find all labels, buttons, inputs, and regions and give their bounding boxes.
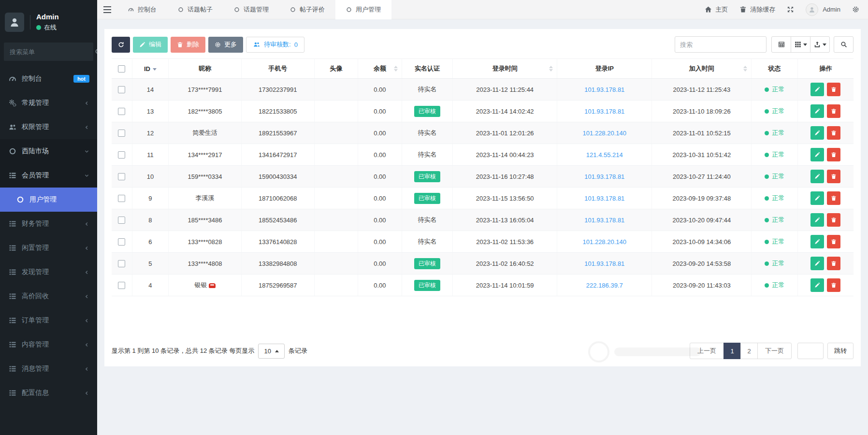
ip-link[interactable]: 101.93.178.81: [584, 173, 624, 180]
row-checkbox[interactable]: [118, 108, 125, 115]
column-header[interactable]: 加入时间: [652, 59, 752, 79]
row-edit-button[interactable]: [810, 148, 824, 161]
sidebar-item[interactable]: 闲置管理: [0, 236, 97, 260]
row-delete-button[interactable]: [827, 104, 840, 118]
sidebar-item[interactable]: 发现管理: [0, 260, 97, 284]
row-edit-button[interactable]: [810, 126, 824, 140]
row-checkbox[interactable]: [118, 260, 125, 267]
columns-button[interactable]: [791, 36, 810, 53]
delete-button[interactable]: 删除: [171, 37, 205, 53]
row-checkbox[interactable]: [118, 195, 125, 202]
ip-link[interactable]: 101.93.178.81: [584, 195, 624, 202]
cell-join-time: 2023-09-20 11:43:03: [652, 275, 752, 296]
row-checkbox[interactable]: [118, 173, 125, 180]
ip-link[interactable]: 101.93.178.81: [584, 86, 624, 93]
row-checkbox[interactable]: [118, 217, 125, 224]
sidebar-item[interactable]: 常规管理: [0, 91, 97, 115]
jump-page-input[interactable]: [797, 343, 824, 359]
list-icon: [9, 389, 16, 397]
status-badge: 正常: [765, 194, 785, 203]
table-search-input[interactable]: [675, 36, 767, 53]
pagination: 上一页 12 下一页 跳转: [690, 343, 854, 359]
next-page-button[interactable]: 下一页: [757, 343, 792, 359]
sidebar-item[interactable]: 内容管理: [0, 333, 97, 357]
row-delete-button[interactable]: [827, 148, 840, 161]
row-delete-button[interactable]: [827, 278, 840, 292]
navbar-tab[interactable]: 帖子评价: [279, 0, 335, 19]
row-edit-button[interactable]: [810, 104, 824, 118]
row-delete-button[interactable]: [827, 257, 840, 270]
detail-view-button[interactable]: [771, 36, 791, 53]
ip-link[interactable]: 101.93.178.81: [584, 217, 624, 224]
navbar-tab[interactable]: 用户管理: [335, 0, 391, 19]
ip-link[interactable]: 101.228.20.140: [583, 130, 626, 137]
clear-cache-link[interactable]: 清除缓存: [739, 5, 775, 14]
row-delete-button[interactable]: [827, 126, 840, 140]
column-header[interactable]: 余额: [358, 59, 402, 79]
row-checkbox[interactable]: [118, 86, 125, 93]
row-edit-button[interactable]: [810, 191, 824, 205]
sidebar-item[interactable]: 消息管理: [0, 357, 97, 381]
ip-link[interactable]: 101.228.20.140: [583, 238, 626, 246]
column-header[interactable]: 登录时间: [453, 59, 557, 79]
home-link[interactable]: 主页: [705, 5, 728, 14]
row-edit-button[interactable]: [810, 213, 824, 227]
sidebar-item[interactable]: 会员管理: [0, 163, 97, 188]
select-all-checkbox[interactable]: [118, 65, 125, 72]
refresh-button[interactable]: [112, 37, 130, 53]
row-delete-button[interactable]: [827, 170, 840, 183]
sidebar-toggle-button[interactable]: [97, 0, 117, 19]
column-header-label: 实名认证: [415, 65, 440, 72]
ip-link[interactable]: 101.93.178.81: [584, 260, 624, 267]
sidebar-item[interactable]: 财务管理: [0, 212, 97, 236]
sidebar-item[interactable]: 配置信息: [0, 381, 97, 405]
cell-actions: [797, 209, 854, 231]
sidebar-item[interactable]: 高价回收: [0, 284, 97, 308]
row-edit-button[interactable]: [810, 257, 824, 270]
pending-review-button[interactable]: 待审核数: 0: [246, 37, 304, 53]
page-number-button[interactable]: 1: [723, 343, 741, 359]
sidebar-item[interactable]: 权限管理: [0, 115, 97, 139]
row-edit-button[interactable]: [810, 170, 824, 183]
records-suffix: 条记录: [289, 347, 307, 355]
row-checkbox[interactable]: [118, 130, 125, 137]
navbar-tab[interactable]: 话题帖子: [167, 0, 223, 19]
settings-button[interactable]: [852, 6, 859, 13]
sidebar-item[interactable]: 用户管理: [0, 188, 97, 212]
navbar-user-menu[interactable]: Admin: [806, 3, 840, 16]
prev-page-button[interactable]: 上一页: [690, 343, 724, 359]
navbar-tab[interactable]: 控制台: [117, 0, 167, 19]
menu-search-input[interactable]: [10, 48, 95, 56]
row-checkbox[interactable]: [118, 238, 125, 246]
row-checkbox[interactable]: [118, 151, 125, 159]
row-edit-button[interactable]: [810, 83, 824, 96]
column-header[interactable]: ID: [132, 59, 168, 79]
sidebar-item[interactable]: 订单管理: [0, 308, 97, 333]
user-avatar[interactable]: [5, 13, 24, 32]
ip-link[interactable]: 222.186.39.7: [586, 282, 623, 289]
page-size-select[interactable]: 10: [258, 344, 284, 359]
row-delete-button[interactable]: [827, 83, 840, 96]
row-delete-button[interactable]: [827, 213, 840, 227]
ip-link[interactable]: 121.4.55.214: [586, 151, 623, 159]
ip-link[interactable]: 101.93.178.81: [584, 108, 624, 115]
row-delete-button[interactable]: [827, 235, 840, 248]
row-delete-button[interactable]: [827, 191, 840, 205]
page-number-button[interactable]: 2: [740, 343, 758, 359]
sidebar-item[interactable]: 西陆市场: [0, 139, 97, 163]
edit-button[interactable]: 编辑: [133, 37, 168, 53]
row-edit-button[interactable]: [810, 278, 824, 292]
more-button[interactable]: 更多: [208, 37, 243, 53]
cell-phone: 15900430334: [241, 166, 314, 188]
navbar-tab[interactable]: 话题管理: [223, 0, 279, 19]
circle-icon: [234, 7, 240, 13]
jump-button[interactable]: 跳转: [827, 343, 854, 359]
table-footer: 显示第 1 到第 10 条记录，总共 12 条记录 每页显示 10 条记录 上一…: [112, 343, 854, 359]
sidebar-item[interactable]: 控制台hot: [0, 67, 97, 91]
row-edit-button[interactable]: [810, 235, 824, 248]
export-button[interactable]: [810, 36, 830, 53]
search-toggle-button[interactable]: [834, 36, 854, 53]
fullscreen-button[interactable]: [787, 6, 794, 13]
row-checkbox[interactable]: [118, 282, 125, 289]
verified-badge: 已审核: [414, 106, 440, 117]
